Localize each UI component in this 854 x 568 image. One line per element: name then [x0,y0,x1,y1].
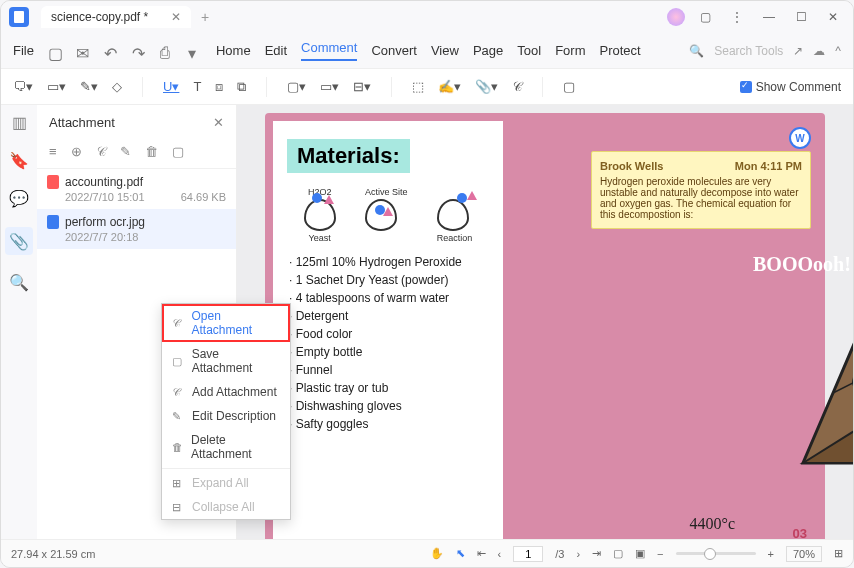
ctx-open-attachment[interactable]: 𝒞Open Attachment [162,304,290,342]
highlight-tool-icon[interactable]: ▭▾ [47,79,66,94]
undo-icon[interactable]: ↶ [104,44,118,58]
edit-attachment-icon[interactable]: ✎ [120,144,131,160]
add-attachment-icon[interactable]: ⊕ [71,144,82,160]
note-time: Mon 4:11 PM [735,160,802,172]
zoom-out-icon[interactable]: − [657,548,663,560]
expand-icon: ⊞ [172,477,184,490]
file-tab[interactable]: science-copy.pdf * ✕ [41,6,191,28]
prev-page-icon[interactable]: ‹ [498,548,502,560]
kebab-icon[interactable]: ⋮ [725,10,749,24]
text-tool-icon[interactable]: T [193,79,201,94]
close-tab-icon[interactable]: ✕ [171,10,181,24]
ctx-edit-description[interactable]: ✎Edit Description [162,404,290,428]
signature-tool-icon[interactable]: ✍▾ [438,79,461,94]
page-input[interactable] [513,546,543,562]
list-view-icon[interactable]: ≡ [49,144,57,160]
next-page-icon[interactable]: › [576,548,580,560]
first-page-icon[interactable]: ⇤ [477,547,486,560]
minimize-button[interactable]: — [757,10,781,24]
ctx-save-attachment[interactable]: ▢Save Attachment [162,342,290,380]
comment-panel-icon[interactable]: 💬 [9,189,29,209]
clip-icon: 𝒞 [172,386,184,399]
chevron-up-icon[interactable]: ^ [835,44,841,58]
pencil-tool-icon[interactable]: ✎▾ [80,79,98,94]
menu-form[interactable]: Form [555,43,585,58]
heading-materials: Materials: [287,139,410,173]
select-tool-icon[interactable]: ⬉ [456,547,465,560]
stamp-tool-icon[interactable]: ▭▾ [320,79,339,94]
context-menu: 𝒞Open Attachment ▢Save Attachment 𝒞Add A… [161,303,291,520]
menu-protect[interactable]: Protect [599,43,640,58]
attachment-item-selected[interactable]: perform ocr.jpg 2022/7/7 20:18 [37,209,236,249]
attach-tool-icon[interactable]: 📎▾ [475,79,498,94]
image-icon [47,215,59,229]
file-menu[interactable]: File [13,43,34,58]
link-attachment-icon[interactable]: 𝒞 [96,144,106,160]
print-icon[interactable]: ⎙ [160,44,174,58]
collapse-icon: ⊟ [172,501,184,514]
bookmark-icon[interactable]: 🔖 [9,151,29,171]
underline-tool-icon[interactable]: U▾ [163,79,179,94]
save-icon[interactable]: ▢ [48,44,62,58]
measure-tool-icon[interactable]: ⊟▾ [353,79,371,94]
thumbnails-icon[interactable]: ▥ [9,113,29,133]
hand-tool-icon[interactable]: ✋ [430,547,444,560]
show-comment-label: Show Comment [756,80,841,94]
menu-comment[interactable]: Comment [301,40,357,61]
temperature-label: 4400°c [690,515,736,533]
search-placeholder[interactable]: Search Tools [714,44,783,58]
ctx-add-attachment[interactable]: 𝒞Add Attachment [162,380,290,404]
close-panel-icon[interactable]: ✕ [213,115,224,130]
sticky-note[interactable]: Brook WellsMon 4:11 PM Hydrogen peroxide… [591,151,811,229]
open-icon[interactable]: ↗ [793,44,803,58]
redo-icon[interactable]: ↷ [132,44,146,58]
link-icon: 𝒞 [172,317,183,330]
document-canvas[interactable]: Materials: H2O2Yeast Active Site Reactio… [237,105,853,539]
zoom-slider[interactable] [676,552,756,555]
shape-tool-icon[interactable]: ▢▾ [287,79,306,94]
attachment-panel-icon[interactable]: 📎 [5,227,33,255]
notification-icon[interactable]: ▢ [693,10,717,24]
account-icon[interactable] [667,8,685,26]
new-tab-button[interactable]: + [201,9,209,25]
menu-view[interactable]: View [431,43,459,58]
menu-convert[interactable]: Convert [371,43,417,58]
stamp2-tool-icon[interactable]: ⬚ [412,79,424,94]
fit-width-icon[interactable]: ▢ [613,547,623,560]
menu-home[interactable]: Home [216,43,251,58]
show-comment-checkbox[interactable] [740,81,752,93]
ctx-delete-attachment[interactable]: 🗑Delete Attachment [162,428,290,466]
delete-attachment-icon[interactable]: 🗑 [145,144,158,160]
close-window-button[interactable]: ✕ [821,10,845,24]
menu-tool[interactable]: Tool [517,43,541,58]
hide-tool-icon[interactable]: ▢ [563,79,575,94]
fullscreen-icon[interactable]: ⊞ [834,547,843,560]
mail-icon[interactable]: ✉ [76,44,90,58]
paperclip-tool-icon[interactable]: 𝒞 [512,79,522,95]
page-number-doc: 03 [793,526,807,539]
pencil-icon: ✎ [172,410,184,423]
fit-page-icon[interactable]: ▣ [635,547,645,560]
maximize-button[interactable]: ☐ [789,10,813,24]
pdf-page: Materials: H2O2Yeast Active Site Reactio… [265,113,825,539]
print-dropdown-icon[interactable]: ▾ [188,44,202,58]
note-tool-icon[interactable]: 🗨▾ [13,79,33,94]
tab-filename: science-copy.pdf * [51,10,148,24]
last-page-icon[interactable]: ⇥ [592,547,601,560]
search-icon[interactable]: 🔍 [689,44,704,58]
page-dimensions: 27.94 x 21.59 cm [11,548,95,560]
save-attachment-icon[interactable]: ▢ [172,144,184,160]
zoom-value[interactable]: 70% [786,546,822,562]
page-total: /3 [555,548,564,560]
cloud-icon[interactable]: ☁ [813,44,825,58]
callout-tool-icon[interactable]: ⧉ [237,79,246,95]
menu-edit[interactable]: Edit [265,43,287,58]
eraser-tool-icon[interactable]: ◇ [112,79,122,94]
attachment-item[interactable]: accounting.pdf 2022/7/10 15:0164.69 KB [37,169,236,209]
word-export-badge[interactable]: W [789,127,811,149]
menu-page[interactable]: Page [473,43,503,58]
search-panel-icon[interactable]: 🔍 [9,273,29,293]
textbox-tool-icon[interactable]: ⧈ [215,79,223,95]
save-icon-sm: ▢ [172,355,184,368]
zoom-in-icon[interactable]: + [768,548,774,560]
